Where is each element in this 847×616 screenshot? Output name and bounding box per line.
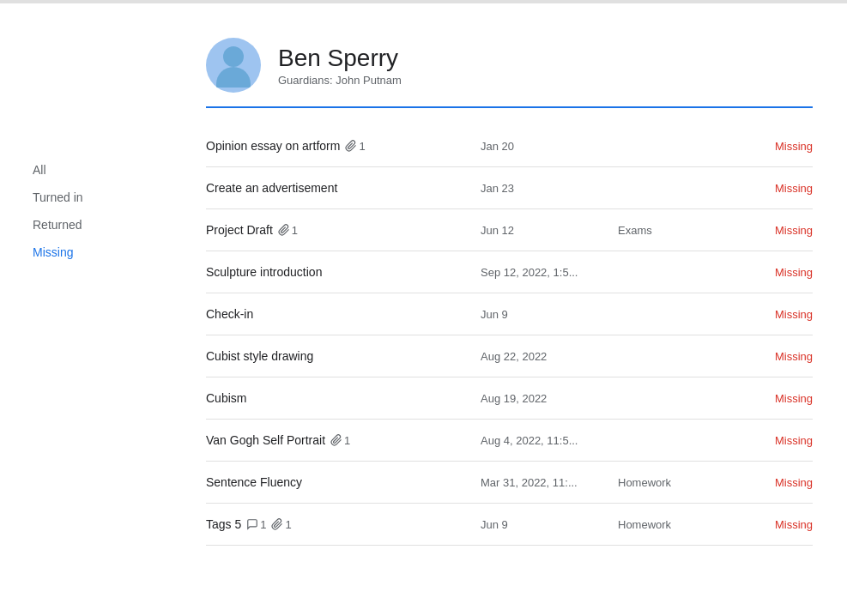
assignment-title: Project Draft1 xyxy=(206,223,481,237)
assignment-status: Missing xyxy=(744,182,813,195)
assignment-title-text: Tags 5 xyxy=(206,517,241,531)
avatar-body xyxy=(216,67,251,88)
assignment-date: Mar 31, 2022, 11:... xyxy=(481,476,618,489)
profile-section: Ben Sperry Guardians: John Putnam Opinio… xyxy=(172,21,847,546)
assignment-list: Opinion essay on artform1Jan 20MissingCr… xyxy=(206,125,813,546)
table-row[interactable]: Project Draft1Jun 12ExamsMissing xyxy=(206,209,813,251)
assignment-date: Jan 23 xyxy=(481,182,618,195)
assignment-status: Missing xyxy=(744,266,813,279)
sidebar-item-all[interactable]: All xyxy=(26,158,172,182)
table-row[interactable]: Create an advertisementJan 23Missing xyxy=(206,167,813,209)
profile-name: Ben Sperry xyxy=(278,44,402,73)
table-row[interactable]: Sculpture introductionSep 12, 2022, 1:5.… xyxy=(206,251,813,293)
sidebar-item-turned-in[interactable]: Turned in xyxy=(26,185,172,209)
assignment-date: Sep 12, 2022, 1:5... xyxy=(481,266,618,279)
assignment-title: Cubism xyxy=(206,391,481,405)
assignment-status: Missing xyxy=(744,434,813,447)
assignment-title: Create an advertisement xyxy=(206,181,481,195)
assignment-title-text: Cubist style drawing xyxy=(206,349,313,363)
sidebar-item-missing[interactable]: Missing xyxy=(26,240,172,264)
assignment-title: Sculpture introduction xyxy=(206,265,481,279)
assignment-category: Homework xyxy=(618,518,744,531)
table-row[interactable]: Tags 511Jun 9HomeworkMissing xyxy=(206,504,813,546)
assignment-status: Missing xyxy=(744,308,813,321)
assignment-status: Missing xyxy=(744,476,813,489)
table-row[interactable]: CubismAug 19, 2022Missing xyxy=(206,377,813,420)
table-row[interactable]: Van Gogh Self Portrait1Aug 4, 2022, 11:5… xyxy=(206,420,813,462)
assignment-status: Missing xyxy=(744,392,813,405)
assignment-title-text: Sculpture introduction xyxy=(206,265,322,279)
table-row[interactable]: Cubist style drawingAug 22, 2022Missing xyxy=(206,335,813,377)
comment-icon: 1 xyxy=(246,518,266,531)
table-row[interactable]: Check-inJun 9Missing xyxy=(206,293,813,335)
assignment-title: Opinion essay on artform1 xyxy=(206,139,481,153)
assignment-title: Sentence Fluency xyxy=(206,475,481,489)
table-row[interactable]: Sentence FluencyMar 31, 2022, 11:...Home… xyxy=(206,462,813,504)
assignment-title-text: Check-in xyxy=(206,307,253,321)
assignment-title: Tags 511 xyxy=(206,517,481,531)
attachment-icon: 1 xyxy=(271,518,291,531)
assignment-category: Exams xyxy=(618,224,744,237)
avatar-inner xyxy=(206,38,261,93)
assignment-title-text: Van Gogh Self Portrait xyxy=(206,433,325,447)
assignment-date: Jun 9 xyxy=(481,518,618,531)
assignment-status: Missing xyxy=(744,140,813,153)
assignment-title-text: Create an advertisement xyxy=(206,181,337,195)
assignment-date: Jun 12 xyxy=(481,224,618,237)
assignment-status: Missing xyxy=(744,350,813,363)
profile-info: Ben Sperry Guardians: John Putnam xyxy=(278,44,402,88)
assignment-date: Jun 9 xyxy=(481,308,618,321)
table-row[interactable]: Opinion essay on artform1Jan 20Missing xyxy=(206,125,813,167)
profile-header: Ben Sperry Guardians: John Putnam xyxy=(206,38,813,108)
assignment-date: Jan 20 xyxy=(481,140,618,153)
assignment-title-text: Cubism xyxy=(206,391,246,405)
assignment-title-text: Opinion essay on artform xyxy=(206,139,340,153)
attachment-icon: 1 xyxy=(330,434,350,447)
assignment-title-text: Sentence Fluency xyxy=(206,475,302,489)
assignment-status: Missing xyxy=(744,518,813,531)
assignment-date: Aug 19, 2022 xyxy=(481,392,618,405)
assignment-date: Aug 22, 2022 xyxy=(481,350,618,363)
sidebar-item-returned[interactable]: Returned xyxy=(26,213,172,237)
assignment-date: Aug 4, 2022, 11:5... xyxy=(481,434,618,447)
sidebar: AllTurned inReturnedMissing xyxy=(0,21,172,546)
assignment-title: Van Gogh Self Portrait1 xyxy=(206,433,481,447)
assignment-title-text: Project Draft xyxy=(206,223,273,237)
assignment-status: Missing xyxy=(744,224,813,237)
assignment-title: Cubist style drawing xyxy=(206,349,481,363)
profile-guardians: Guardians: John Putnam xyxy=(278,74,402,87)
attachment-icon: 1 xyxy=(278,224,298,237)
attachment-icon: 1 xyxy=(345,140,365,153)
main-container: AllTurned inReturnedMissing Ben Sperry G… xyxy=(0,3,847,546)
avatar xyxy=(206,38,261,93)
assignment-title: Check-in xyxy=(206,307,481,321)
avatar-head xyxy=(223,46,244,67)
assignment-category: Homework xyxy=(618,476,744,489)
